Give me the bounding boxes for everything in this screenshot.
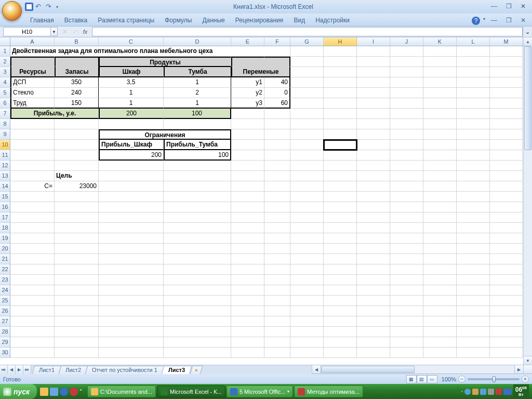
col-header-A[interactable]: A: [10, 37, 55, 46]
cell-L16[interactable]: [457, 202, 490, 212]
cell-J7[interactable]: [390, 109, 423, 119]
cell-H14[interactable]: [324, 181, 357, 192]
cell-E13[interactable]: [231, 171, 264, 181]
cell-H23[interactable]: [324, 275, 357, 285]
cell-K28[interactable]: [423, 327, 457, 337]
cell-H28[interactable]: [324, 327, 357, 337]
cell-G29[interactable]: [290, 337, 324, 348]
cell-F9[interactable]: [264, 129, 290, 140]
cell-L28[interactable]: [457, 327, 490, 337]
cell-K15[interactable]: [423, 192, 457, 202]
cell-K14[interactable]: [423, 181, 457, 192]
cell-I29[interactable]: [357, 337, 390, 348]
cell-J17[interactable]: [390, 212, 423, 223]
cell-A28[interactable]: [10, 327, 55, 337]
name-box-dropdown-icon[interactable]: ▼: [51, 27, 58, 36]
cell-M22[interactable]: [490, 264, 523, 275]
sheet-tab-Лист1[interactable]: Лист1: [32, 366, 61, 374]
row-header-17[interactable]: 17: [0, 212, 10, 223]
cell-H2[interactable]: [324, 57, 357, 67]
cell-H11[interactable]: [324, 150, 357, 161]
scroll-thumb-v[interactable]: [524, 46, 531, 150]
cell-D19[interactable]: [164, 233, 231, 244]
cell-I10[interactable]: [357, 140, 390, 150]
scroll-up-icon[interactable]: ▲: [524, 37, 532, 46]
cell-F17[interactable]: [264, 212, 290, 223]
cell-C22[interactable]: [99, 264, 164, 275]
cell-B4[interactable]: 350: [55, 77, 99, 88]
cell-M12[interactable]: [490, 161, 523, 171]
cell-C28[interactable]: [99, 327, 164, 337]
cell-E29[interactable]: [231, 337, 264, 348]
cell-L12[interactable]: [457, 161, 490, 171]
cell-C13[interactable]: [99, 171, 164, 181]
cell-L17[interactable]: [457, 212, 490, 223]
enter-icon[interactable]: ✓: [70, 27, 79, 36]
cell-A15[interactable]: [10, 192, 55, 202]
cell-M11[interactable]: [490, 150, 523, 161]
cell-I30[interactable]: [357, 348, 390, 358]
close-button[interactable]: ✕: [517, 3, 529, 11]
cell-E4[interactable]: y1: [231, 77, 264, 88]
cell-F6[interactable]: 60: [264, 98, 290, 109]
cell-I1[interactable]: [357, 46, 390, 57]
ribbon-tab-Рецензирование[interactable]: Рецензирование: [230, 15, 289, 26]
col-header-E[interactable]: E: [231, 37, 264, 46]
cell-A30[interactable]: [10, 348, 55, 358]
row-header-15[interactable]: 15: [0, 192, 10, 202]
cell-H13[interactable]: [324, 171, 357, 181]
cell-J4[interactable]: [390, 77, 423, 88]
cell-C8[interactable]: [99, 119, 164, 129]
cell-L24[interactable]: [457, 285, 490, 296]
cell-D7[interactable]: 100: [164, 109, 231, 119]
cell-G20[interactable]: [290, 244, 324, 254]
cell-L26[interactable]: [457, 306, 490, 316]
cell-M15[interactable]: [490, 192, 523, 202]
doc-close-button[interactable]: ✕: [517, 17, 529, 25]
cell-H16[interactable]: [324, 202, 357, 212]
cell-J19[interactable]: [390, 233, 423, 244]
scroll-right-icon[interactable]: ▶: [514, 365, 523, 374]
view-layout-button[interactable]: ▤: [417, 375, 427, 383]
cancel-icon[interactable]: ✕: [60, 27, 69, 36]
cell-M27[interactable]: [490, 316, 523, 327]
cell-D23[interactable]: [164, 275, 231, 285]
cell-G11[interactable]: [290, 150, 324, 161]
cell-F14[interactable]: [264, 181, 290, 192]
cell-A20[interactable]: [10, 244, 55, 254]
cell-G19[interactable]: [290, 233, 324, 244]
cell-E17[interactable]: [231, 212, 264, 223]
cell-H24[interactable]: [324, 285, 357, 296]
cell-M28[interactable]: [490, 327, 523, 337]
cell-B19[interactable]: [55, 233, 99, 244]
cell-J15[interactable]: [390, 192, 423, 202]
cell-C14[interactable]: [99, 181, 164, 192]
cell-A23[interactable]: [10, 275, 55, 285]
cell-M4[interactable]: [490, 77, 523, 88]
cell-J8[interactable]: [390, 119, 423, 129]
tray-icon-4[interactable]: [488, 389, 494, 395]
cell-H19[interactable]: [324, 233, 357, 244]
cell-A2[interactable]: [10, 57, 55, 67]
row-header-29[interactable]: 29: [0, 337, 10, 348]
cell-J12[interactable]: [390, 161, 423, 171]
cell-A17[interactable]: [10, 212, 55, 223]
cell-G7[interactable]: [290, 109, 324, 119]
cell-M24[interactable]: [490, 285, 523, 296]
cell-M26[interactable]: [490, 306, 523, 316]
ribbon-tab-Главная[interactable]: Главная: [25, 15, 59, 26]
cell-A22[interactable]: [10, 264, 55, 275]
cell-H25[interactable]: [324, 296, 357, 306]
cell-C11[interactable]: 200: [99, 150, 164, 161]
cell-F10[interactable]: [264, 140, 290, 150]
horizontal-scrollbar[interactable]: ◀ ▶: [312, 365, 523, 374]
cell-M29[interactable]: [490, 337, 523, 348]
cell-J25[interactable]: [390, 296, 423, 306]
ribbon-tab-Данные[interactable]: Данные: [197, 15, 230, 26]
cell-F8[interactable]: [264, 119, 290, 129]
cell-L25[interactable]: [457, 296, 490, 306]
cell-I19[interactable]: [357, 233, 390, 244]
cell-A14[interactable]: C=: [10, 181, 55, 192]
cell-L27[interactable]: [457, 316, 490, 327]
zoom-level[interactable]: 100%: [442, 376, 456, 382]
